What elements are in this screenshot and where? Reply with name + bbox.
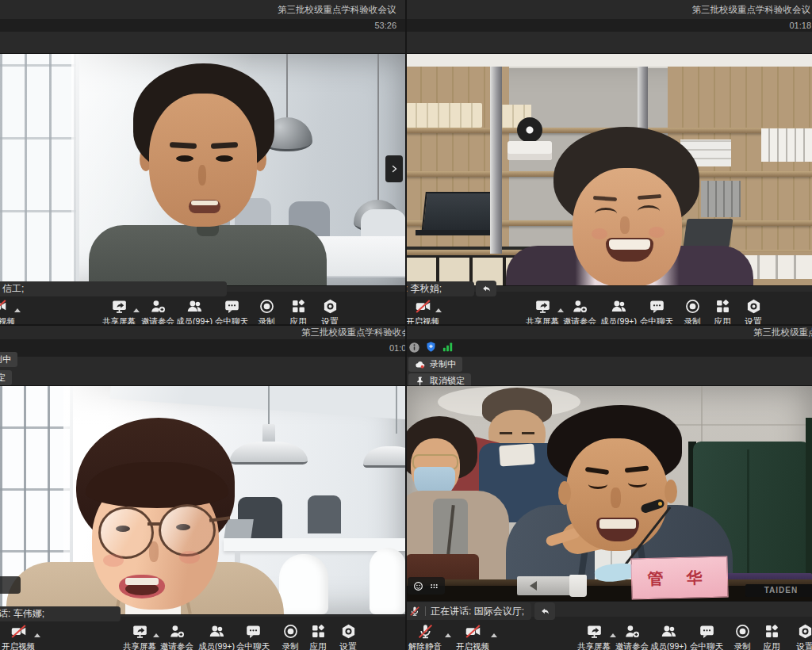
back-button[interactable]	[476, 281, 496, 296]
more-dots-icon[interactable]	[429, 581, 439, 591]
reactions-bar[interactable]	[0, 576, 21, 594]
video-feed[interactable]	[0, 386, 406, 614]
settings-icon	[322, 298, 339, 315]
back-button[interactable]	[534, 602, 555, 620]
closed-eye	[500, 432, 512, 434]
quadrant-top-right: 第三批校级重点学科验收会议 01:18	[406, 0, 812, 325]
video-feed[interactable]: 管 华 TAIDEN	[406, 386, 812, 601]
settings-button[interactable]: 设置	[304, 298, 355, 325]
share-screen-icon	[586, 623, 603, 640]
glasses-lens	[159, 504, 216, 556]
teeth	[125, 578, 159, 585]
unmute-label: 解除静音	[408, 641, 442, 650]
settings-button[interactable]: 设置	[779, 623, 812, 650]
nose	[149, 541, 159, 562]
more-dots-icon	[0, 580, 2, 591]
speaking-indicator: 正在讲话: 李秋娟;	[406, 281, 474, 296]
ear	[665, 480, 677, 503]
chat-icon	[649, 298, 665, 315]
chevron-right-icon	[389, 164, 399, 174]
info-icon[interactable]	[408, 342, 420, 354]
chat-icon	[224, 298, 240, 315]
camera-off-icon	[465, 623, 481, 640]
video-feed[interactable]	[0, 54, 406, 285]
smiley-icon[interactable]	[413, 581, 423, 591]
chair-back	[308, 495, 341, 533]
info-bar	[406, 339, 812, 357]
green-chair-edge	[806, 418, 812, 592]
unlock-badge[interactable]: 取消锁定	[0, 370, 12, 385]
tablet-stand	[683, 219, 733, 247]
members-icon	[661, 623, 677, 640]
speaking-indicator: 正在讲话: 国际会议厅;	[406, 602, 531, 620]
camera-off-icon	[0, 298, 7, 315]
name-card: 管 华	[630, 556, 728, 599]
paper-cup	[569, 575, 587, 597]
collar	[499, 443, 535, 466]
invite-icon	[150, 298, 167, 315]
invite-icon	[572, 298, 588, 315]
smiling-eye	[588, 480, 607, 489]
cloud-record-icon	[415, 359, 426, 370]
glasses-bridge	[147, 522, 160, 526]
shirt-collar	[197, 225, 219, 236]
white-chair	[279, 554, 328, 614]
shield-icon[interactable]	[425, 341, 437, 353]
recording-badge[interactable]: 录制中	[408, 357, 462, 372]
nose	[611, 488, 621, 508]
start-video-label: 开启视频	[2, 641, 35, 650]
settings-label: 设置	[340, 641, 357, 650]
signal-icon[interactable]	[442, 341, 454, 353]
settings-button[interactable]: 设置	[323, 623, 373, 650]
chat-icon	[699, 623, 715, 640]
back-arrow-icon	[540, 606, 550, 617]
glasses-lens	[98, 507, 154, 559]
speaking-label: 正在讲话: 李秋娟;	[406, 282, 442, 296]
settings-icon	[340, 623, 357, 640]
members-icon	[611, 298, 627, 315]
unmute-button[interactable]: 解除静音	[406, 623, 450, 650]
recording-badge[interactable]: 录制中	[0, 352, 17, 367]
start-video-button[interactable]: 开启视频	[406, 298, 448, 325]
pendant-lamp	[363, 446, 406, 468]
divider	[425, 606, 426, 616]
meeting-timer: 53:26	[374, 21, 396, 30]
teeth	[599, 519, 636, 529]
unlock-badge-label: 取消锁定	[0, 372, 6, 384]
pin-icon	[415, 376, 426, 387]
meeting-app-screen: 第三批校级重点学科验收会议 53:26	[0, 0, 812, 650]
meeting-title: 第三批校级重点学科验收会议	[692, 4, 811, 16]
table-device	[517, 576, 576, 595]
wall-clock	[517, 117, 542, 143]
blush	[179, 551, 200, 564]
smiling-eye	[595, 208, 617, 220]
chat-icon	[245, 623, 262, 640]
meeting-title: 第三批校级重点学科验收会议	[301, 327, 406, 338]
panel-expander[interactable]	[385, 155, 403, 182]
reactions-bar[interactable]	[408, 577, 445, 595]
start-video-caret[interactable]	[435, 308, 442, 312]
quadrant-top-left: 第三批校级重点学科验收会议 53:26	[0, 0, 406, 325]
window	[0, 54, 79, 285]
apps-icon	[764, 623, 780, 640]
speaking-label: 正在讲话: 国际会议厅;	[431, 605, 524, 618]
speaking-label: 信工;	[2, 282, 24, 296]
members-icon	[209, 623, 225, 640]
device-triangle	[530, 581, 537, 591]
window-titlebar: 第三批校级重点学科验收会议	[0, 325, 406, 339]
start-video-caret[interactable]	[14, 308, 21, 312]
lamp-rod	[396, 386, 397, 434]
mic-off-icon	[409, 606, 420, 617]
lamp-rod	[377, 54, 379, 201]
start-video-caret[interactable]	[34, 633, 40, 637]
smiling-eye	[628, 478, 647, 488]
settings-button[interactable]: 设置	[728, 298, 779, 325]
pendant-lamp	[230, 442, 308, 465]
start-video-caret[interactable]	[491, 633, 497, 637]
video-feed[interactable]	[406, 54, 812, 285]
shelf-post	[490, 67, 502, 254]
share-screen-icon	[132, 623, 148, 640]
speaker-console: TAIDEN	[745, 584, 812, 597]
info-bar: 01:18	[406, 19, 812, 32]
teeth	[609, 239, 650, 250]
